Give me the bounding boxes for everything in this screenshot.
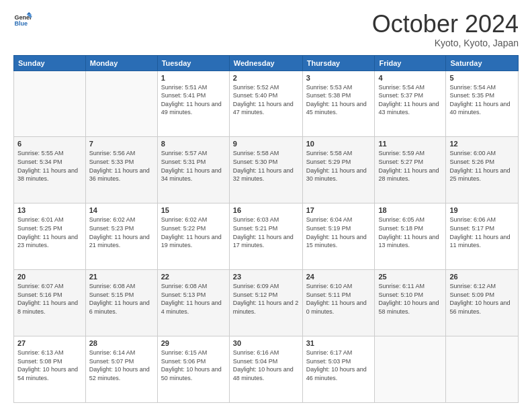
day-cell: [446, 336, 519, 403]
day-cell: 14Sunrise: 6:02 AMSunset: 5:23 PMDayligh…: [85, 203, 157, 270]
day-number: 6: [17, 140, 82, 148]
day-cell: 2Sunrise: 5:52 AMSunset: 5:40 PMDaylight…: [229, 71, 302, 137]
weekday-header-thursday: Thursday: [302, 55, 375, 71]
week-row-1: 1Sunrise: 5:51 AMSunset: 5:41 PMDaylight…: [14, 71, 519, 137]
day-cell: 19Sunrise: 6:06 AMSunset: 5:17 PMDayligh…: [446, 203, 519, 270]
calendar-page: General Blue October 2024 Kyoto, Kyoto, …: [0, 0, 532, 411]
day-content: Sunrise: 6:02 AMSunset: 5:23 PMDaylight:…: [89, 216, 154, 249]
day-cell: 4Sunrise: 5:54 AMSunset: 5:37 PMDaylight…: [375, 71, 446, 137]
day-cell: 8Sunrise: 5:57 AMSunset: 5:31 PMDaylight…: [157, 137, 229, 203]
day-cell: [14, 71, 86, 137]
day-number: 23: [233, 273, 299, 281]
day-content: Sunrise: 6:12 AMSunset: 5:09 PMDaylight:…: [449, 282, 515, 316]
day-number: 17: [306, 206, 371, 214]
day-number: 16: [233, 206, 299, 214]
svg-marker-2: [27, 12, 32, 15]
month-title: October 2024: [372, 11, 519, 38]
location: Kyoto, Kyoto, Japan: [372, 38, 519, 48]
day-number: 28: [89, 339, 154, 347]
day-number: 8: [161, 140, 226, 148]
week-row-4: 20Sunrise: 6:07 AMSunset: 5:16 PMDayligh…: [14, 270, 519, 336]
day-number: 14: [89, 206, 154, 214]
day-cell: 13Sunrise: 6:01 AMSunset: 5:25 PMDayligh…: [14, 203, 86, 270]
day-cell: 6Sunrise: 5:55 AMSunset: 5:34 PMDaylight…: [14, 137, 86, 203]
day-number: 24: [306, 273, 371, 281]
day-cell: 28Sunrise: 6:14 AMSunset: 5:07 PMDayligh…: [85, 336, 157, 403]
day-content: Sunrise: 5:58 AMSunset: 5:30 PMDaylight:…: [233, 149, 299, 183]
day-number: 26: [449, 273, 515, 281]
day-content: Sunrise: 5:57 AMSunset: 5:31 PMDaylight:…: [161, 149, 226, 183]
day-cell: 29Sunrise: 6:15 AMSunset: 5:06 PMDayligh…: [157, 336, 229, 403]
day-number: 29: [161, 339, 226, 347]
day-content: Sunrise: 6:08 AMSunset: 5:13 PMDaylight:…: [161, 282, 226, 316]
day-cell: [85, 71, 157, 137]
day-content: Sunrise: 6:09 AMSunset: 5:12 PMDaylight:…: [233, 282, 299, 316]
day-cell: 16Sunrise: 6:03 AMSunset: 5:21 PMDayligh…: [229, 203, 302, 270]
day-content: Sunrise: 5:59 AMSunset: 5:27 PMDaylight:…: [378, 149, 442, 183]
day-content: Sunrise: 6:13 AMSunset: 5:08 PMDaylight:…: [17, 349, 82, 382]
day-number: 12: [449, 140, 515, 148]
day-number: 20: [17, 273, 82, 281]
day-cell: 23Sunrise: 6:09 AMSunset: 5:12 PMDayligh…: [229, 270, 302, 336]
day-number: 2: [233, 74, 299, 82]
logo-icon: General Blue: [13, 11, 32, 30]
day-cell: [375, 336, 446, 403]
day-content: Sunrise: 6:05 AMSunset: 5:18 PMDaylight:…: [378, 216, 442, 249]
day-number: 18: [378, 206, 442, 214]
day-cell: 26Sunrise: 6:12 AMSunset: 5:09 PMDayligh…: [446, 270, 519, 336]
title-block: October 2024 Kyoto, Kyoto, Japan: [372, 11, 519, 48]
week-row-3: 13Sunrise: 6:01 AMSunset: 5:25 PMDayligh…: [14, 203, 519, 270]
day-content: Sunrise: 6:14 AMSunset: 5:07 PMDaylight:…: [89, 349, 154, 382]
day-cell: 11Sunrise: 5:59 AMSunset: 5:27 PMDayligh…: [375, 137, 446, 203]
day-content: Sunrise: 5:53 AMSunset: 5:38 PMDaylight:…: [306, 83, 371, 117]
day-content: Sunrise: 6:08 AMSunset: 5:15 PMDaylight:…: [89, 282, 154, 316]
day-number: 22: [161, 273, 226, 281]
day-number: 15: [161, 206, 226, 214]
calendar-table: SundayMondayTuesdayWednesdayThursdayFrid…: [13, 55, 519, 403]
day-cell: 25Sunrise: 6:11 AMSunset: 5:10 PMDayligh…: [375, 270, 446, 336]
day-content: Sunrise: 6:02 AMSunset: 5:22 PMDaylight:…: [161, 216, 226, 249]
day-content: Sunrise: 6:06 AMSunset: 5:17 PMDaylight:…: [449, 216, 515, 249]
day-content: Sunrise: 5:55 AMSunset: 5:34 PMDaylight:…: [17, 149, 82, 183]
day-number: 10: [306, 140, 371, 148]
day-content: Sunrise: 5:56 AMSunset: 5:33 PMDaylight:…: [89, 149, 154, 183]
day-number: 25: [378, 273, 442, 281]
day-cell: 18Sunrise: 6:05 AMSunset: 5:18 PMDayligh…: [375, 203, 446, 270]
day-content: Sunrise: 6:07 AMSunset: 5:16 PMDaylight:…: [17, 282, 82, 316]
day-content: Sunrise: 5:51 AMSunset: 5:41 PMDaylight:…: [161, 83, 226, 117]
week-row-2: 6Sunrise: 5:55 AMSunset: 5:34 PMDaylight…: [14, 137, 519, 203]
day-number: 4: [378, 74, 442, 82]
day-number: 21: [89, 273, 154, 281]
day-number: 1: [161, 74, 226, 82]
day-cell: 17Sunrise: 6:04 AMSunset: 5:19 PMDayligh…: [302, 203, 375, 270]
day-content: Sunrise: 5:58 AMSunset: 5:29 PMDaylight:…: [306, 149, 371, 183]
header: General Blue October 2024 Kyoto, Kyoto, …: [13, 11, 519, 48]
day-cell: 5Sunrise: 5:54 AMSunset: 5:35 PMDaylight…: [446, 71, 519, 137]
day-content: Sunrise: 6:16 AMSunset: 5:04 PMDaylight:…: [233, 349, 299, 382]
day-content: Sunrise: 6:00 AMSunset: 5:26 PMDaylight:…: [449, 149, 515, 183]
day-content: Sunrise: 6:17 AMSunset: 5:03 PMDaylight:…: [306, 349, 371, 382]
day-cell: 21Sunrise: 6:08 AMSunset: 5:15 PMDayligh…: [85, 270, 157, 336]
day-cell: 31Sunrise: 6:17 AMSunset: 5:03 PMDayligh…: [302, 336, 375, 403]
weekday-header-wednesday: Wednesday: [229, 55, 302, 71]
weekday-header-monday: Monday: [85, 55, 157, 71]
day-content: Sunrise: 6:10 AMSunset: 5:11 PMDaylight:…: [306, 282, 371, 316]
day-number: 5: [449, 74, 515, 82]
day-cell: 22Sunrise: 6:08 AMSunset: 5:13 PMDayligh…: [157, 270, 229, 336]
week-row-5: 27Sunrise: 6:13 AMSunset: 5:08 PMDayligh…: [14, 336, 519, 403]
day-number: 7: [89, 140, 154, 148]
day-content: Sunrise: 6:15 AMSunset: 5:06 PMDaylight:…: [161, 349, 226, 382]
day-cell: 30Sunrise: 6:16 AMSunset: 5:04 PMDayligh…: [229, 336, 302, 403]
day-cell: 3Sunrise: 5:53 AMSunset: 5:38 PMDaylight…: [302, 71, 375, 137]
day-number: 30: [233, 339, 299, 347]
day-cell: 24Sunrise: 6:10 AMSunset: 5:11 PMDayligh…: [302, 270, 375, 336]
day-cell: 10Sunrise: 5:58 AMSunset: 5:29 PMDayligh…: [302, 137, 375, 203]
day-number: 31: [306, 339, 371, 347]
day-number: 27: [17, 339, 82, 347]
day-content: Sunrise: 5:52 AMSunset: 5:40 PMDaylight:…: [233, 83, 299, 117]
day-cell: 1Sunrise: 5:51 AMSunset: 5:41 PMDaylight…: [157, 71, 229, 137]
weekday-header-sunday: Sunday: [14, 55, 86, 71]
day-content: Sunrise: 6:03 AMSunset: 5:21 PMDaylight:…: [233, 216, 299, 249]
weekday-header-saturday: Saturday: [446, 55, 519, 71]
day-number: 9: [233, 140, 299, 148]
